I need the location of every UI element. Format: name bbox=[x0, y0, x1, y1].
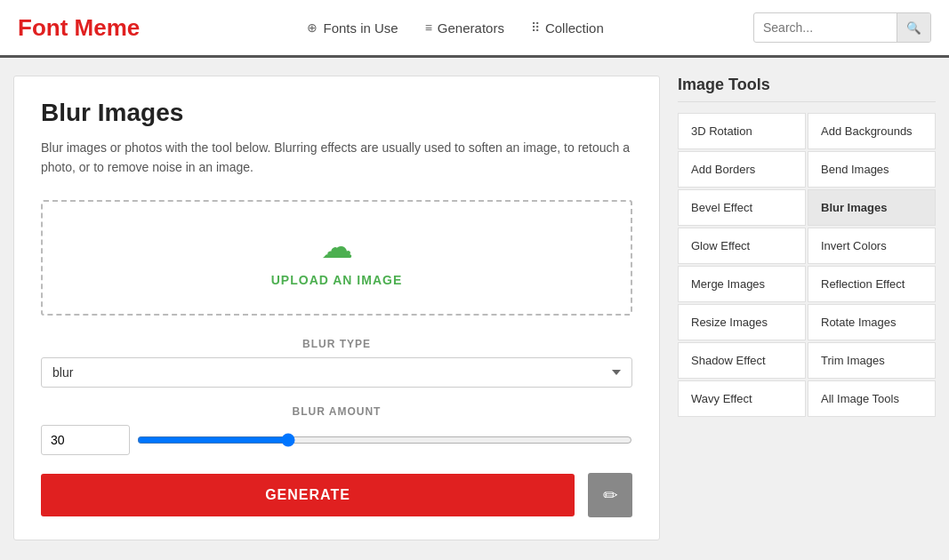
tool-item-resize-images[interactable]: Resize Images bbox=[678, 304, 806, 340]
upload-icon: ☁ bbox=[69, 228, 604, 266]
header: Font Meme ⊕ Fonts in Use ≡ Generators ⠿ … bbox=[0, 0, 949, 58]
target-icon: ⊕ bbox=[307, 20, 318, 35]
tool-item-invert-colors[interactable]: Invert Colors bbox=[808, 228, 936, 264]
blur-amount-input[interactable]: 30 bbox=[41, 425, 130, 455]
page-description: Blur images or photos with the tool belo… bbox=[41, 138, 632, 178]
edit-button[interactable]: ✏ bbox=[588, 473, 632, 517]
grid-icon: ⠿ bbox=[531, 20, 540, 35]
nav-generators[interactable]: ≡ Generators bbox=[425, 20, 504, 36]
tool-item-3d-rotation[interactable]: 3D Rotation bbox=[678, 113, 806, 149]
nav-fonts-label: Fonts in Use bbox=[323, 20, 398, 36]
main-content: Blur Images Blur images or photos with t… bbox=[13, 76, 660, 540]
page-title: Blur Images bbox=[41, 99, 632, 127]
generate-button[interactable]: GENERATE bbox=[41, 474, 575, 516]
blur-type-group: BLUR TYPE blur gaussian motion bbox=[41, 338, 632, 388]
search-box: 🔍 bbox=[753, 12, 931, 43]
actions: GENERATE ✏ bbox=[41, 473, 632, 517]
list-icon: ≡ bbox=[425, 20, 432, 35]
tool-item-bevel-effect[interactable]: Bevel Effect bbox=[678, 189, 806, 226]
tool-item-glow-effect[interactable]: Glow Effect bbox=[678, 228, 806, 264]
tool-item-merge-images[interactable]: Merge Images bbox=[678, 266, 806, 302]
tool-item-add-backgrounds[interactable]: Add Backgrounds bbox=[808, 113, 936, 149]
upload-area[interactable]: ☁ UPLOAD AN IMAGE bbox=[41, 200, 632, 316]
tool-item-rotate-images[interactable]: Rotate Images bbox=[808, 304, 936, 340]
blur-amount-row: 30 bbox=[41, 425, 632, 455]
sidebar-title: Image Tools bbox=[678, 76, 936, 102]
tool-item-wavy-effect[interactable]: Wavy Effect bbox=[678, 380, 806, 417]
tool-item-shadow-effect[interactable]: Shadow Effect bbox=[678, 342, 806, 379]
tool-item-reflection-effect[interactable]: Reflection Effect bbox=[808, 266, 936, 302]
blur-type-label: BLUR TYPE bbox=[41, 338, 632, 350]
blur-type-select[interactable]: blur gaussian motion bbox=[41, 357, 632, 388]
blur-amount-slider[interactable] bbox=[137, 425, 632, 455]
tool-item-blur-images[interactable]: Blur Images bbox=[808, 189, 936, 226]
tool-item-all-image-tools[interactable]: All Image Tools bbox=[808, 380, 936, 417]
sidebar: Image Tools 3D RotationAdd BackgroundsAd… bbox=[678, 76, 936, 540]
tool-item-trim-images[interactable]: Trim Images bbox=[808, 342, 936, 379]
nav-collection-label: Collection bbox=[545, 20, 604, 36]
nav-generators-label: Generators bbox=[438, 20, 504, 36]
layout: Blur Images Blur images or photos with t… bbox=[0, 58, 949, 558]
search-input[interactable] bbox=[754, 20, 897, 35]
upload-label: UPLOAD AN IMAGE bbox=[69, 273, 604, 287]
tool-item-add-borders[interactable]: Add Borders bbox=[678, 151, 806, 188]
tools-grid: 3D RotationAdd BackgroundsAdd BordersBen… bbox=[678, 113, 936, 417]
search-button[interactable]: 🔍 bbox=[897, 13, 930, 42]
nav: ⊕ Fonts in Use ≡ Generators ⠿ Collection bbox=[175, 20, 736, 36]
tool-item-bend-images[interactable]: Bend Images bbox=[808, 151, 936, 188]
logo[interactable]: Font Meme bbox=[18, 14, 140, 42]
nav-collection[interactable]: ⠿ Collection bbox=[531, 20, 604, 36]
nav-fonts-in-use[interactable]: ⊕ Fonts in Use bbox=[307, 20, 398, 36]
blur-amount-label: BLUR AMOUNT bbox=[41, 405, 632, 418]
blur-amount-group: BLUR AMOUNT 30 bbox=[41, 405, 632, 455]
